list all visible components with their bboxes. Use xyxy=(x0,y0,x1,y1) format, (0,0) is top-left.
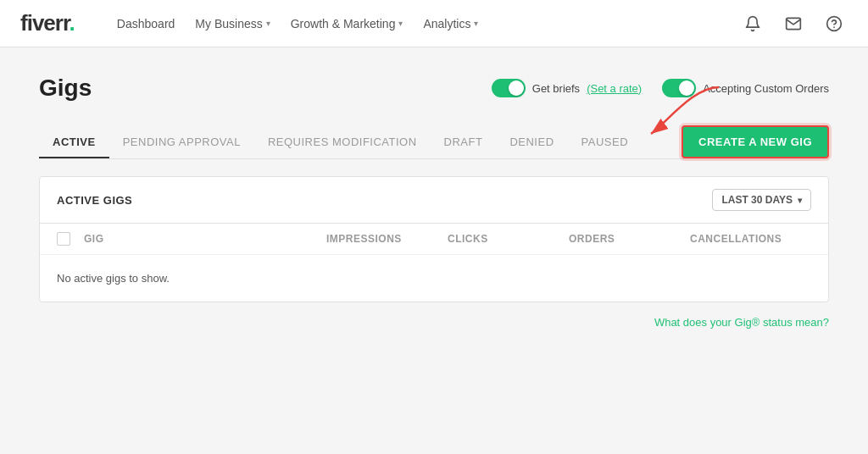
notifications-bell-icon[interactable] xyxy=(739,10,766,37)
logo-text: fiverr xyxy=(20,10,70,36)
tab-draft[interactable]: Draft xyxy=(431,127,497,158)
page-header: Gigs Get briefs (Set a rate) Accepting C… xyxy=(39,75,829,102)
navbar-icons xyxy=(739,10,848,37)
growth-marketing-chevron-icon: ▾ xyxy=(398,19,403,28)
gig-tabs: Active Pending Approval Requires Modific… xyxy=(39,125,829,159)
col-clicks: CLICKS xyxy=(448,233,569,245)
tab-paused[interactable]: Paused xyxy=(568,127,643,158)
create-new-gig-button[interactable]: CREATE A NEW GIG xyxy=(682,125,829,158)
custom-orders-toggle-knob xyxy=(679,80,694,96)
col-cancellations: CANCELLATIONS xyxy=(690,233,811,245)
custom-orders-label: Accepting Custom Orders xyxy=(703,82,829,95)
tab-requires-modification[interactable]: Requires Modification xyxy=(254,127,431,158)
nav-my-business[interactable]: My Business ▾ xyxy=(186,12,278,36)
gigs-table: ACTIVE GIGS LAST 30 DAYS ▾ GIG IMPRESSIO… xyxy=(39,176,829,302)
col-gig: GIG xyxy=(84,233,326,245)
nav-dashboard[interactable]: Dashboard xyxy=(108,12,184,36)
table-header-row: ACTIVE GIGS LAST 30 DAYS ▾ xyxy=(40,177,828,224)
nav-analytics[interactable]: Analytics ▾ xyxy=(415,12,487,36)
tab-pending-approval[interactable]: Pending Approval xyxy=(109,127,254,158)
table-columns-header: GIG IMPRESSIONS CLICKS ORDERS CANCELLATI… xyxy=(40,224,828,255)
messages-mail-icon[interactable] xyxy=(780,10,807,37)
page-title: Gigs xyxy=(39,75,92,102)
col-impressions: IMPRESSIONS xyxy=(326,233,448,245)
set-rate-link[interactable]: (Set a rate) xyxy=(587,82,642,95)
tab-denied[interactable]: Denied xyxy=(496,127,567,158)
get-briefs-label: Get briefs xyxy=(532,82,580,95)
analytics-chevron-icon: ▾ xyxy=(474,19,478,28)
last-days-filter-button[interactable]: LAST 30 DAYS ▾ xyxy=(712,189,811,211)
create-gig-wrapper: CREATE A NEW GIG xyxy=(682,125,829,158)
nav-growth-marketing[interactable]: Growth & Marketing ▾ xyxy=(282,12,412,36)
custom-orders-toggle[interactable] xyxy=(662,79,696,97)
tabs-row: Active Pending Approval Requires Modific… xyxy=(39,125,829,159)
main-content: Gigs Get briefs (Set a rate) Accepting C… xyxy=(19,47,849,356)
checkbox-column xyxy=(57,232,84,246)
help-icon[interactable] xyxy=(821,10,848,37)
custom-orders-toggle-group: Accepting Custom Orders xyxy=(662,79,829,97)
nav-links: Dashboard My Business ▾ Growth & Marketi… xyxy=(108,12,712,36)
navbar: fiverr. Dashboard My Business ▾ Growth &… xyxy=(0,0,868,47)
table-empty-message: No active gigs to show. xyxy=(40,255,828,302)
get-briefs-toggle[interactable] xyxy=(492,79,526,97)
table-title: ACTIVE GIGS xyxy=(57,194,132,207)
get-briefs-toggle-group: Get briefs (Set a rate) xyxy=(492,79,642,97)
footer-link-container: What does your Gig® status mean? xyxy=(39,316,829,329)
col-orders: ORDERS xyxy=(569,233,690,245)
my-business-chevron-icon: ▾ xyxy=(266,19,270,28)
fiverr-logo[interactable]: fiverr. xyxy=(20,10,75,36)
tab-active[interactable]: Active xyxy=(39,127,109,158)
logo-dot: . xyxy=(70,10,75,36)
dropdown-chevron-icon: ▾ xyxy=(798,196,802,205)
header-toggles: Get briefs (Set a rate) Accepting Custom… xyxy=(492,79,829,97)
gig-status-help-link[interactable]: What does your Gig® status mean? xyxy=(654,316,829,329)
get-briefs-toggle-knob xyxy=(509,80,524,96)
select-all-checkbox[interactable] xyxy=(57,232,70,246)
